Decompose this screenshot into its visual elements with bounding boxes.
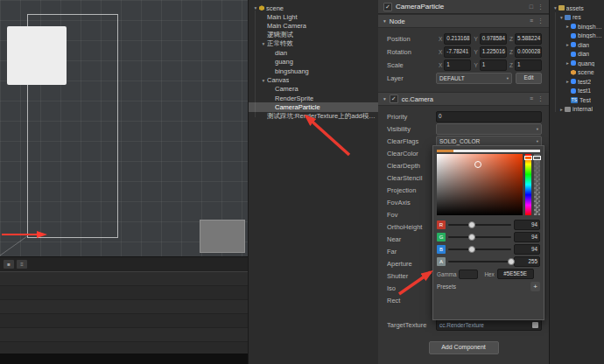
x-value-input[interactable]: 0.213168 [444,33,471,45]
z-value-input[interactable]: 5.588224 [515,33,542,45]
axis-x-label: X [439,62,442,68]
priority-input[interactable]: 0 [436,111,542,122]
hierarchy-item[interactable]: CameraParticle [249,102,379,111]
node-section-header[interactable]: ▾ Node ≡ ⋮ [378,14,549,28]
y-value-input[interactable]: 1 [480,60,507,71]
hierarchy-item[interactable]: Main Camera [249,22,379,31]
hierarchy-item[interactable]: RenderSprite [249,94,379,102]
menu-icon[interactable]: ⋮ [537,4,544,10]
axis-y-label: Y [474,49,477,55]
component-enabled-checkbox[interactable]: ✓ [390,94,398,103]
paste-component-icon[interactable]: □ [530,4,533,10]
hue-slider-handle[interactable] [524,156,532,160]
property-label: Visibility [387,125,436,133]
expand-arrow-icon[interactable]: ▸ [558,107,565,112]
hierarchy-item[interactable]: ▾ 正常特效 [249,39,379,48]
list-view-icon[interactable]: ≡ [17,260,27,269]
x-value-input[interactable]: -7.78241 [444,46,471,58]
expand-arrow-icon[interactable]: ▾ [260,78,267,83]
asset-label: dian [578,51,589,57]
x-value-input[interactable]: 1 [444,60,471,71]
add-component-button[interactable]: Add Component [429,341,499,354]
expand-arrow-icon[interactable]: ▾ [558,15,565,20]
alpha-slider-handle[interactable] [533,156,541,160]
collapse-arrow-icon[interactable]: ▾ [383,96,386,102]
expand-arrow-icon[interactable]: ▾ [552,5,558,10]
asset-item[interactable]: ▸ guang [550,59,604,68]
alpha-slider[interactable] [534,154,540,215]
expand-arrow-icon[interactable]: ▾ [260,41,267,46]
channel-slider[interactable] [448,248,511,250]
node-label: scene [266,4,284,12]
collapse-arrow-icon[interactable]: ▾ [383,18,386,24]
y-value-input[interactable]: 0.978584 [480,33,507,45]
expand-arrow-icon[interactable]: ▸ [565,24,571,29]
hierarchy-item[interactable]: guang [249,58,379,66]
scene-viewport[interactable] [0,0,248,256]
target-texture-field[interactable]: cc.RenderTexture [436,319,542,331]
grid-view-icon[interactable]: ■ [4,260,14,269]
hierarchy-item[interactable]: ▾ Canvas [249,75,379,84]
property-label: Far [387,248,436,256]
layer-edit-button[interactable]: Edit [516,73,542,84]
clearflags-value: SOLID_COLOR [439,138,480,144]
hex-input[interactable]: #5E5E5E [497,269,534,279]
add-preset-button[interactable]: + [530,282,540,291]
hierarchy-item[interactable]: Camera [249,85,379,94]
reset-icon[interactable]: ≡ [530,18,533,24]
expand-arrow-icon[interactable]: ▾ [252,5,259,10]
sv-cursor[interactable] [474,161,481,168]
asset-label: internal [572,106,593,112]
channel-slider[interactable] [448,224,511,226]
asset-item[interactable]: ▸ test2 [550,77,604,87]
z-value-input[interactable]: 0.000028 [515,46,542,58]
asset-item[interactable]: ▸ dian [550,40,604,50]
hierarchy-item[interactable]: bingshuang [249,66,379,75]
x-axis-arrowhead-icon[interactable] [37,231,47,238]
asset-item[interactable]: ▾ res [550,13,604,23]
expand-arrow-icon[interactable]: ▸ [565,60,571,66]
hierarchy-item[interactable]: Main Light [249,12,379,21]
hue-slider[interactable] [525,154,531,215]
editor-window: ■ ≡ ▾ scene Main Light [0,0,604,364]
asset-item[interactable]: ▾ assets [550,4,604,13]
asset-item[interactable]: bingshuang [550,32,604,41]
hierarchy-item[interactable]: 测试踩坑:RenderTexture上的add模式也有问题 添加异... [249,112,379,121]
layer-dropdown[interactable]: DEFAULT ▾ [436,73,512,84]
hierarchy-item[interactable]: ▾ scene [249,4,379,12]
asset-item[interactable]: dian [550,50,604,60]
saturation-value-area[interactable] [437,154,523,215]
reset-icon[interactable]: ≡ [530,95,533,102]
expand-arrow-icon[interactable]: ▸ [565,79,571,84]
asset-item[interactable]: scene [550,68,604,78]
gamma-input[interactable] [459,270,478,279]
channel-value-input[interactable]: 255 [514,256,540,267]
asset-picker-icon[interactable] [532,322,538,328]
camera-section-header[interactable]: ▾ ✓ cc.Camera ≡ ⋮ [378,92,549,106]
channel-slider-knob[interactable] [468,221,475,228]
section-title: Node [390,18,405,25]
expand-arrow-icon[interactable]: ▸ [565,42,571,47]
channel-value-input[interactable]: 94 [514,220,540,230]
layer-row: Layer DEFAULT ▾ Edit [387,72,542,85]
menu-icon[interactable]: ⋮ [537,95,544,102]
hierarchy-item[interactable]: 逻辑测试 [249,31,379,39]
channel-value-input[interactable]: 94 [514,232,540,242]
z-value-input[interactable]: 1 [515,60,542,71]
asset-item[interactable]: TS Test [550,95,604,105]
menu-icon[interactable]: ⋮ [537,18,544,24]
visibility-dropdown[interactable]: ▾ [436,123,542,135]
channel-value-input[interactable]: 94 [514,244,540,255]
node-active-checkbox[interactable]: ✓ [383,3,392,11]
asset-item[interactable]: ▸ internal [550,105,604,115]
hierarchy-item[interactable]: dian [249,48,379,57]
asset-item[interactable]: test1 [550,87,604,96]
channel-slider[interactable] [448,236,511,238]
channel-slider-knob[interactable] [468,246,475,253]
transform-row: Rotation X -7.78241 Y 1.225016 Z 0.00002… [387,46,542,59]
channel-slider-knob[interactable] [508,258,515,265]
y-value-input[interactable]: 1.225016 [480,46,507,58]
asset-item[interactable]: ▸ bingshuang [550,22,604,32]
channel-slider-knob[interactable] [468,234,475,241]
channel-slider[interactable] [448,261,511,262]
